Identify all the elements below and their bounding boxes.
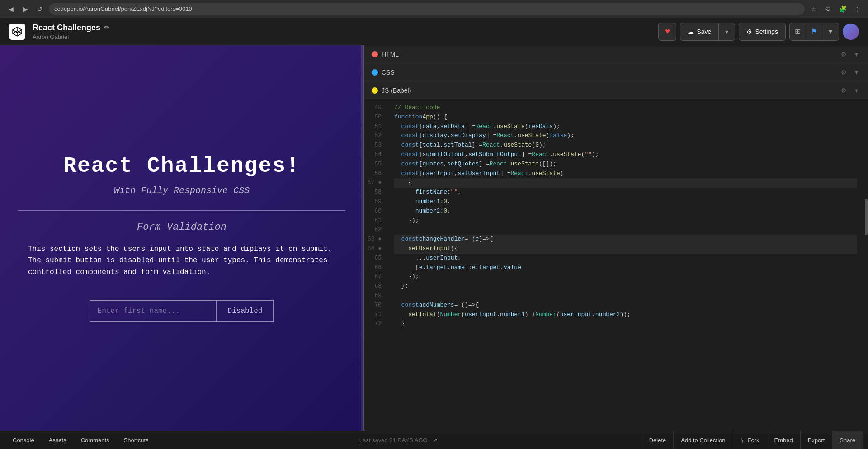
- first-name-input[interactable]: [90, 300, 216, 322]
- code-line-70: const addNumbers = () => {: [394, 301, 857, 310]
- view-toggle: ⊞ ⚑ ▾: [789, 23, 839, 41]
- menu-icon[interactable]: ⋮: [852, 4, 863, 14]
- delete-button[interactable]: Delete: [642, 431, 674, 449]
- editor-tabs: HTML ⚙ ▾ CSS ⚙ ▾ JS (Babel) ⚙ ▾: [364, 45, 868, 99]
- code-line-50: function App() {: [394, 113, 857, 122]
- project-title: React Challenges ✏: [33, 23, 651, 33]
- code-line-49: // React code: [394, 103, 857, 113]
- assets-button[interactable]: Assets: [42, 431, 74, 449]
- code-line-68: };: [394, 282, 857, 291]
- divider: [18, 210, 345, 211]
- html-tab-dot: [372, 51, 378, 57]
- console-button[interactable]: Console: [5, 431, 42, 449]
- section-title: Form Validation: [137, 222, 226, 233]
- fork-button[interactable]: ⑂ Fork: [733, 431, 767, 449]
- comments-button[interactable]: Comments: [74, 431, 117, 449]
- code-line-60: number2: 0,: [394, 207, 857, 216]
- code-line-71: setTotal(Number(userInput.number1) + Num…: [394, 310, 857, 320]
- shield-icon[interactable]: 🛡: [823, 4, 834, 14]
- forward-button[interactable]: ▶: [20, 4, 31, 14]
- extensions-icon[interactable]: 🧩: [837, 4, 848, 14]
- preview-title: React Challenges!: [63, 154, 300, 178]
- code-line-52: const [display, setDisplay] = React.useS…: [394, 131, 857, 141]
- disabled-button[interactable]: Disabled: [216, 300, 274, 322]
- preview-form: Disabled: [90, 300, 274, 322]
- code-line-59: number1: 0,: [394, 197, 857, 207]
- codepen-header: React Challenges ✏ Aaron Gabriel ♥ ☁ Sav…: [0, 18, 868, 45]
- settings-button[interactable]: ⚙ Settings: [739, 23, 786, 41]
- refresh-button[interactable]: ↺: [34, 4, 45, 14]
- code-line-72: }: [394, 319, 857, 329]
- code-area[interactable]: 49 50 51 52 53 54 55 56 57 ● 58 59 60 61…: [364, 99, 868, 431]
- js-settings-icon[interactable]: ⚙: [839, 86, 848, 95]
- code-line-51: const [data, setData] = React.useState(r…: [394, 122, 857, 132]
- header-actions: ♥ ☁ Save ▾ ⚙ Settings ⊞ ⚑ ▾: [658, 23, 859, 41]
- user-avatar[interactable]: [843, 24, 859, 40]
- code-line-57: {: [394, 178, 857, 188]
- shortcuts-button[interactable]: Shortcuts: [117, 431, 156, 449]
- bottom-bar: Console Assets Comments Shortcuts Last s…: [0, 431, 868, 449]
- browser-bar: ◀ ▶ ↺ codepen.io/AaronGabriel/pen/ZExdjN…: [0, 0, 868, 18]
- fork-icon: ⑂: [741, 436, 745, 444]
- address-bar[interactable]: codepen.io/AaronGabriel/pen/ZExdjNJ?edit…: [49, 3, 805, 15]
- browser-icons: ☆ 🛡 🧩 ⋮: [808, 4, 863, 14]
- code-line-69: [394, 291, 857, 301]
- add-to-collection-button[interactable]: Add to Collection: [673, 431, 732, 449]
- code-content[interactable]: // React code function App() { const [da…: [387, 99, 864, 431]
- css-settings-icon[interactable]: ⚙: [839, 68, 848, 77]
- html-settings-icon[interactable]: ⚙: [839, 50, 848, 59]
- code-line-62: [394, 225, 857, 235]
- grid-view-button[interactable]: ⊞: [790, 23, 806, 40]
- save-main[interactable]: ☁ Save: [680, 23, 718, 40]
- star-icon[interactable]: ☆: [808, 4, 819, 14]
- share-button[interactable]: Share: [832, 431, 863, 449]
- preview-subtitle: With Fully Responsive CSS: [114, 185, 250, 196]
- code-line-67: });: [394, 272, 857, 282]
- css-tab-label: CSS: [382, 69, 835, 76]
- gear-icon: ⚙: [746, 28, 752, 35]
- css-chevron-icon[interactable]: ▾: [852, 68, 861, 77]
- js-tab-label: JS (Babel): [382, 87, 835, 94]
- save-dropdown-arrow[interactable]: ▾: [718, 23, 735, 40]
- save-status: Last saved 21 DAYS AGO ↗: [156, 437, 642, 444]
- edit-icon[interactable]: ✏: [104, 24, 109, 31]
- js-chevron-icon[interactable]: ▾: [852, 86, 861, 95]
- preview-description: This section sets the users input into s…: [28, 244, 335, 279]
- css-tab[interactable]: CSS ⚙ ▾: [364, 63, 868, 81]
- css-tab-dot: [372, 69, 378, 76]
- js-tab[interactable]: JS (Babel) ⚙ ▾: [364, 81, 868, 99]
- back-button[interactable]: ◀: [5, 4, 16, 14]
- editor-panel: HTML ⚙ ▾ CSS ⚙ ▾ JS (Babel) ⚙ ▾ 49 50: [364, 45, 868, 431]
- code-line-63: const changeHandler = (e) => {: [394, 235, 857, 244]
- editor-scrollbar[interactable]: [864, 99, 868, 431]
- js-tab-dot: [372, 87, 378, 94]
- code-line-61: });: [394, 216, 857, 226]
- code-line-56: const [userInput, setUserInput] = React.…: [394, 169, 857, 179]
- code-line-58: firstName: "",: [394, 188, 857, 197]
- preview-panel: React Challenges! With Fully Responsive …: [0, 45, 364, 431]
- like-button[interactable]: ♥: [658, 23, 676, 41]
- title-area: React Challenges ✏ Aaron Gabriel: [33, 23, 651, 40]
- html-tab-label: HTML: [382, 51, 835, 58]
- export-button[interactable]: Export: [800, 431, 832, 449]
- line-numbers: 49 50 51 52 53 54 55 56 57 ● 58 59 60 61…: [364, 99, 387, 431]
- cloud-icon: ☁: [688, 28, 694, 35]
- code-line-55: const [quotes, setQuotes] = React.useSta…: [394, 160, 857, 169]
- bottom-right-actions: Delete Add to Collection ⑂ Fork Embed Ex…: [642, 431, 863, 449]
- flag-view-button[interactable]: ⚑: [806, 23, 822, 40]
- more-view-button[interactable]: ▾: [822, 23, 839, 40]
- code-line-64: setUserInput({: [394, 244, 857, 254]
- code-line-65: ...userInput,: [394, 254, 857, 263]
- codepen-logo[interactable]: [9, 24, 25, 40]
- open-new-tab-icon[interactable]: ↗: [433, 437, 438, 444]
- html-chevron-icon[interactable]: ▾: [852, 50, 861, 59]
- code-line-54: const [submitOutput, setSubmitOutput] = …: [394, 150, 857, 160]
- scrollbar-thumb[interactable]: [865, 199, 868, 235]
- embed-button[interactable]: Embed: [767, 431, 800, 449]
- author-name: Aaron Gabriel: [33, 33, 651, 40]
- save-button[interactable]: ☁ Save ▾: [680, 23, 735, 41]
- main-content: React Challenges! With Fully Responsive …: [0, 45, 868, 431]
- resize-handle[interactable]: [361, 45, 363, 431]
- html-tab[interactable]: HTML ⚙ ▾: [364, 45, 868, 63]
- url-text: codepen.io/AaronGabriel/pen/ZExdjNJ?edit…: [54, 5, 192, 12]
